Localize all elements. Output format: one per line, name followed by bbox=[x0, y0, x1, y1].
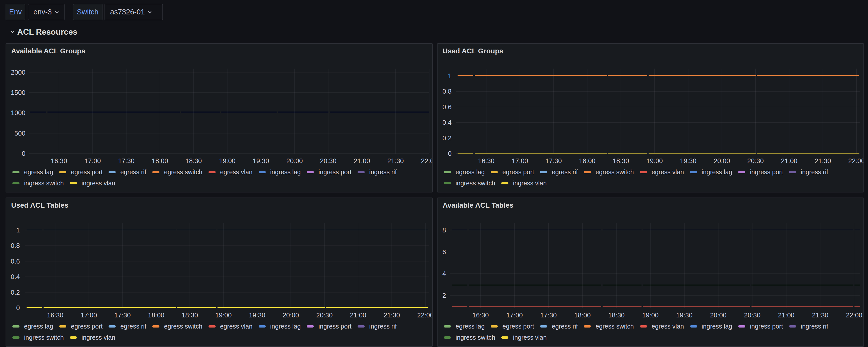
svg-text:6: 6 bbox=[442, 248, 446, 256]
svg-text:20:00: 20:00 bbox=[714, 157, 730, 165]
svg-text:21:00: 21:00 bbox=[781, 157, 797, 165]
svg-text:22:00: 22:00 bbox=[417, 311, 433, 319]
svg-text:0: 0 bbox=[22, 150, 25, 157]
svg-text:21:30: 21:30 bbox=[812, 311, 828, 319]
svg-text:18:30: 18:30 bbox=[613, 157, 629, 165]
svg-text:20:00: 20:00 bbox=[710, 311, 726, 319]
svg-text:21:00: 21:00 bbox=[353, 157, 370, 165]
svg-text:19:30: 19:30 bbox=[249, 311, 265, 319]
svg-text:19:00: 19:00 bbox=[642, 311, 658, 319]
svg-text:20:30: 20:30 bbox=[747, 157, 764, 165]
svg-text:2000: 2000 bbox=[11, 68, 26, 76]
svg-text:17:30: 17:30 bbox=[118, 157, 134, 165]
svg-text:20:30: 20:30 bbox=[320, 157, 336, 165]
svg-text:18:00: 18:00 bbox=[152, 157, 168, 165]
svg-text:19:30: 19:30 bbox=[680, 157, 696, 165]
svg-text:17:30: 17:30 bbox=[114, 311, 131, 319]
svg-text:18:00: 18:00 bbox=[148, 311, 164, 319]
svg-text:17:00: 17:00 bbox=[81, 311, 97, 319]
svg-text:20:00: 20:00 bbox=[286, 157, 303, 165]
svg-text:17:00: 17:00 bbox=[506, 311, 523, 319]
svg-text:16:30: 16:30 bbox=[472, 311, 489, 319]
svg-text:1000: 1000 bbox=[11, 109, 26, 117]
svg-text:22:00: 22:00 bbox=[848, 157, 864, 165]
svg-text:16:30: 16:30 bbox=[47, 311, 63, 319]
svg-text:1: 1 bbox=[16, 226, 20, 234]
svg-text:18:30: 18:30 bbox=[608, 311, 625, 319]
svg-text:21:00: 21:00 bbox=[350, 311, 366, 319]
svg-text:17:00: 17:00 bbox=[84, 157, 101, 165]
svg-text:16:30: 16:30 bbox=[478, 157, 494, 165]
svg-text:22:00: 22:00 bbox=[846, 311, 862, 319]
svg-text:16:30: 16:30 bbox=[51, 157, 67, 165]
svg-text:21:30: 21:30 bbox=[383, 311, 400, 319]
svg-text:0.6: 0.6 bbox=[11, 257, 20, 265]
svg-text:17:00: 17:00 bbox=[512, 157, 528, 165]
svg-text:19:30: 19:30 bbox=[676, 311, 693, 319]
svg-text:20:30: 20:30 bbox=[744, 311, 761, 319]
svg-text:22:00: 22:00 bbox=[421, 157, 433, 165]
svg-text:18:30: 18:30 bbox=[181, 311, 198, 319]
svg-text:18:30: 18:30 bbox=[185, 157, 202, 165]
svg-text:21:00: 21:00 bbox=[778, 311, 794, 319]
svg-text:2: 2 bbox=[442, 292, 446, 299]
svg-text:0.2: 0.2 bbox=[442, 134, 452, 142]
svg-text:0.4: 0.4 bbox=[442, 119, 452, 126]
svg-text:20:00: 20:00 bbox=[282, 311, 299, 319]
svg-text:21:30: 21:30 bbox=[815, 157, 831, 165]
svg-text:0.2: 0.2 bbox=[11, 289, 20, 296]
svg-text:0.8: 0.8 bbox=[11, 242, 20, 249]
svg-text:19:00: 19:00 bbox=[646, 157, 663, 165]
svg-text:8: 8 bbox=[442, 226, 446, 234]
svg-text:0.4: 0.4 bbox=[11, 273, 20, 281]
svg-text:4: 4 bbox=[442, 270, 446, 278]
svg-text:0: 0 bbox=[448, 150, 452, 157]
svg-text:19:00: 19:00 bbox=[219, 157, 235, 165]
svg-text:19:00: 19:00 bbox=[215, 311, 231, 319]
svg-text:18:00: 18:00 bbox=[574, 311, 591, 319]
svg-text:500: 500 bbox=[14, 129, 25, 137]
svg-text:21:30: 21:30 bbox=[387, 157, 404, 165]
svg-text:20:30: 20:30 bbox=[316, 311, 333, 319]
svg-text:1500: 1500 bbox=[11, 89, 26, 96]
svg-text:17:30: 17:30 bbox=[540, 311, 557, 319]
svg-text:17:30: 17:30 bbox=[545, 157, 562, 165]
svg-text:0.6: 0.6 bbox=[442, 103, 452, 111]
svg-text:18:00: 18:00 bbox=[579, 157, 595, 165]
svg-text:19:30: 19:30 bbox=[253, 157, 269, 165]
svg-text:1: 1 bbox=[448, 72, 452, 80]
svg-text:0: 0 bbox=[16, 304, 20, 312]
svg-text:0.8: 0.8 bbox=[442, 88, 452, 95]
